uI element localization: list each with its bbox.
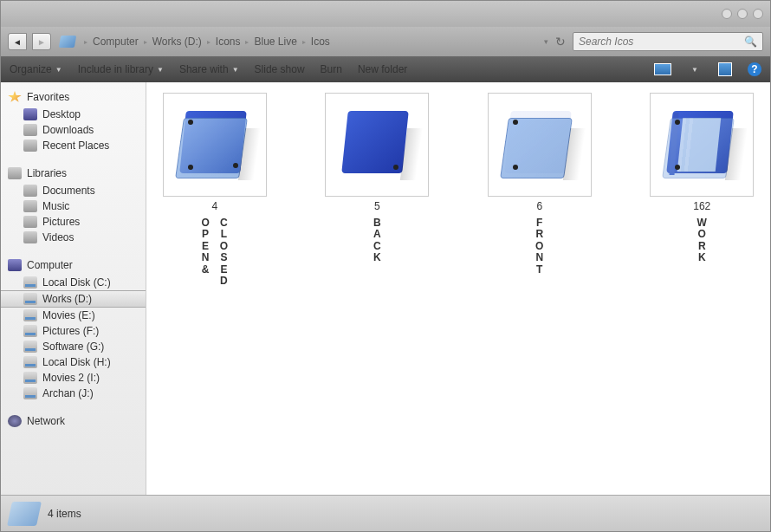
share-with-menu[interactable]: Share with▼ xyxy=(179,63,239,75)
network-icon xyxy=(8,415,22,427)
folder-icon xyxy=(663,106,741,184)
titlebar xyxy=(1,1,770,27)
network-group[interactable]: Network xyxy=(1,412,146,431)
forward-button[interactable]: ► xyxy=(32,33,51,50)
breadcrumb[interactable]: ▸Computer ▸Works (D:) ▸Icons ▸Blue Live … xyxy=(84,36,539,48)
help-button[interactable]: ? xyxy=(748,62,761,76)
thumbnail xyxy=(163,93,267,197)
music-icon xyxy=(23,200,37,212)
file-number: 162 xyxy=(693,200,710,212)
drive-icon xyxy=(23,356,37,368)
location-icon xyxy=(59,36,76,48)
file-name: FRONT xyxy=(535,217,543,276)
drive-icon xyxy=(23,276,37,289)
sidebar-item-drive-j[interactable]: Archan (J:) xyxy=(1,386,146,401)
desktop-icon xyxy=(23,108,37,120)
new-folder-button[interactable]: New folder xyxy=(358,63,407,75)
sidebar-item-documents[interactable]: Documents xyxy=(1,183,146,198)
sidebar-item-desktop[interactable]: Desktop xyxy=(1,107,146,122)
libraries-icon xyxy=(8,167,22,179)
maximize-button[interactable] xyxy=(737,9,748,19)
command-bar: Organize▼ Include in library▼ Share with… xyxy=(1,56,770,82)
sidebar-item-drive-h[interactable]: Local Disk (H:) xyxy=(1,354,146,370)
sidebar-item-videos[interactable]: Videos xyxy=(1,230,146,245)
include-in-library-menu[interactable]: Include in library▼ xyxy=(78,63,164,75)
close-button[interactable] xyxy=(753,9,763,19)
folder-icon xyxy=(338,106,416,184)
file-item[interactable]: 5BACK xyxy=(318,93,437,264)
file-item[interactable]: 6FRONT xyxy=(480,93,599,276)
search-field[interactable] xyxy=(579,36,744,48)
favorites-group[interactable]: Favorites xyxy=(1,88,146,107)
thumbnail xyxy=(325,93,429,197)
drive-icon xyxy=(23,293,37,305)
view-button[interactable] xyxy=(654,63,671,75)
search-icon: 🔍 xyxy=(744,36,757,48)
sidebar-item-drive-d[interactable]: Works (D:) xyxy=(1,290,146,308)
burn-button[interactable]: Burn xyxy=(321,63,342,75)
back-button[interactable]: ◄ xyxy=(8,33,27,50)
sidebar-item-drive-i[interactable]: Movies 2 (I:) xyxy=(1,370,146,386)
sidebar-item-downloads[interactable]: Downloads xyxy=(1,122,146,138)
minimize-button[interactable] xyxy=(722,9,732,19)
refresh-button[interactable]: ↻ xyxy=(554,35,567,49)
file-name: WORK xyxy=(697,217,707,264)
sidebar-item-drive-f[interactable]: Pictures (F:) xyxy=(1,323,146,339)
preview-pane-button[interactable] xyxy=(718,62,732,76)
file-number: 6 xyxy=(536,200,542,212)
recent-icon xyxy=(23,139,37,152)
computer-group[interactable]: Computer xyxy=(1,256,146,275)
file-name: OPEN&CLOSED xyxy=(201,217,228,288)
file-item[interactable]: 162WORK xyxy=(643,93,762,264)
file-number: 4 xyxy=(211,200,217,212)
file-name: BACK xyxy=(373,217,381,264)
chevron-down-icon[interactable]: ▾ xyxy=(544,37,548,46)
slideshow-button[interactable]: Slide show xyxy=(255,63,305,75)
thumbnail xyxy=(488,93,592,197)
search-input[interactable]: 🔍 xyxy=(573,32,763,51)
folder-icon xyxy=(176,106,254,184)
drive-icon xyxy=(23,309,37,321)
nav-pane: Favorites Desktop Downloads Recent Place… xyxy=(1,82,146,495)
organize-menu[interactable]: Organize▼ xyxy=(10,63,62,75)
status-text: 4 items xyxy=(48,508,81,520)
pictures-icon xyxy=(23,216,37,228)
sidebar-item-drive-c[interactable]: Local Disk (C:) xyxy=(1,275,146,290)
drive-icon xyxy=(23,341,37,353)
file-number: 5 xyxy=(374,200,380,212)
computer-icon xyxy=(8,259,22,271)
star-icon xyxy=(8,91,22,103)
sidebar-item-music[interactable]: Music xyxy=(1,198,146,214)
sidebar-item-recent-places[interactable]: Recent Places xyxy=(1,138,146,153)
downloads-icon xyxy=(23,124,37,136)
libraries-group[interactable]: Libraries xyxy=(1,164,146,183)
drive-icon xyxy=(23,372,37,384)
drive-icon xyxy=(23,325,37,337)
file-item[interactable]: 4OPEN&CLOSED xyxy=(155,93,275,288)
sidebar-item-pictures[interactable]: Pictures xyxy=(1,214,146,230)
folder-icon xyxy=(501,106,579,184)
sidebar-item-drive-g[interactable]: Software (G:) xyxy=(1,339,146,354)
videos-icon xyxy=(23,231,37,243)
folder-icon xyxy=(7,502,42,526)
status-bar: 4 items xyxy=(1,495,770,531)
sidebar-item-drive-e[interactable]: Movies (E:) xyxy=(1,308,146,323)
address-bar: ◄ ► ▸Computer ▸Works (D:) ▸Icons ▸Blue L… xyxy=(1,27,770,56)
chevron-down-icon[interactable]: ▼ xyxy=(687,62,703,77)
thumbnail xyxy=(650,93,754,197)
file-list: 4OPEN&CLOSED5BACK6FRONT162WORK xyxy=(146,82,770,495)
drive-icon xyxy=(23,387,37,399)
documents-icon xyxy=(23,185,37,197)
